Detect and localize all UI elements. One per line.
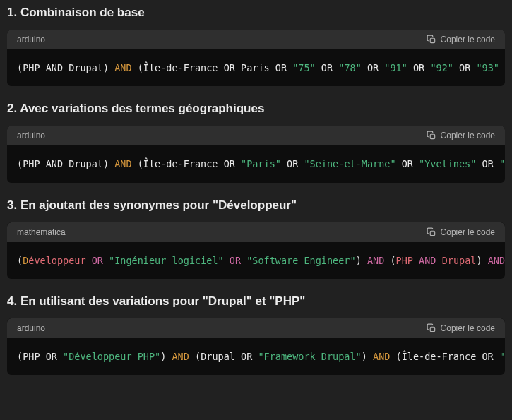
- copy-code-label: Copier le code: [441, 323, 495, 333]
- section-heading: 2. Avec variations des termes géographiq…: [7, 102, 505, 116]
- language-label: arduino: [17, 35, 45, 44]
- copy-code-label: Copier le code: [441, 131, 495, 140]
- code-token: ): [476, 255, 487, 266]
- code-content: (Développeur OR "Ingénieur logiciel" OR …: [7, 242, 505, 279]
- code-token: Drupal): [63, 62, 114, 73]
- code-token: OR: [275, 62, 287, 73]
- copy-code-button[interactable]: Copier le code: [427, 35, 495, 44]
- code-token: PHP: [396, 255, 413, 266]
- code-header: arduinoCopier le code: [7, 126, 505, 145]
- code-token: [413, 158, 419, 169]
- code-token: "91": [384, 62, 407, 73]
- code-token: [413, 255, 419, 266]
- code-token: AND: [114, 158, 131, 169]
- code-token: [281, 158, 287, 169]
- code-token: OR: [482, 158, 494, 169]
- code-header: arduinoCopier le code: [7, 30, 505, 49]
- copy-code-label: Copier le code: [441, 227, 495, 237]
- code-header: mathematicaCopier le code: [7, 222, 505, 242]
- code-token: "92": [430, 62, 453, 73]
- code-content: (PHP AND Drupal) AND (Île-de-France OR P…: [7, 49, 505, 86]
- section-heading: 4. En utilisant des variations pour "Dru…: [7, 294, 505, 308]
- code-token: AND: [419, 255, 436, 266]
- code-token: [362, 62, 367, 73]
- code-token: AND: [46, 158, 63, 169]
- language-label: arduino: [17, 131, 45, 140]
- svg-rect-3: [430, 327, 434, 331]
- copy-code-button[interactable]: Copier le code: [427, 323, 495, 333]
- code-token: (Île-de-France: [132, 158, 224, 169]
- code-token: ): [356, 255, 367, 266]
- code-token: OR: [402, 158, 413, 169]
- code-token: (PHP: [17, 62, 46, 73]
- clipboard-icon: [427, 227, 436, 237]
- code-token: "75": [292, 62, 316, 73]
- copy-code-button[interactable]: Copier le code: [427, 227, 495, 237]
- code-token: "Software Engineer": [246, 255, 355, 266]
- code-token: [224, 255, 230, 266]
- code-token: OR: [230, 255, 241, 266]
- code-token: Paris: [235, 62, 275, 73]
- code-token: [57, 351, 63, 362]
- code-token: "Paris": [241, 158, 281, 169]
- section-heading: 3. En ajoutant des synonymes pour "Dével…: [7, 198, 505, 212]
- code-token: (: [384, 255, 395, 266]
- code-header: arduinoCopier le code: [7, 318, 505, 338]
- code-token: AND: [172, 351, 189, 362]
- code-token: [235, 158, 241, 169]
- code-token: [494, 158, 499, 169]
- code-token: ): [362, 351, 373, 362]
- svg-rect-2: [430, 231, 434, 235]
- code-token: [241, 255, 246, 266]
- code-token: "Seine-et-Marne": [304, 158, 395, 169]
- section: 4. En utilisant des variations pour "Dru…: [7, 294, 505, 375]
- svg-rect-0: [430, 38, 434, 42]
- code-token: "Développeur PHP": [63, 351, 160, 362]
- section: 2. Avec variations des termes géographiq…: [7, 102, 505, 182]
- code-token: OR: [241, 351, 252, 362]
- code-token: OR: [482, 351, 493, 362]
- code-token: [476, 158, 482, 169]
- section: 3. En ajoutant des synonymes pour "Dével…: [7, 198, 505, 279]
- code-token: AND: [373, 351, 390, 362]
- code-token: OR: [224, 158, 235, 169]
- code-token: "Yvelines": [419, 158, 476, 169]
- clipboard-icon: [427, 323, 436, 333]
- code-token: (PHP: [17, 158, 46, 169]
- code-token: [103, 255, 109, 266]
- code-token: AND: [114, 62, 131, 73]
- code-token: (Île-de-France: [132, 62, 224, 73]
- clipboard-icon: [427, 35, 436, 44]
- code-token: OR: [224, 62, 235, 73]
- code-token: Drupal: [442, 255, 477, 266]
- code-token: [287, 62, 292, 73]
- code-content: (PHP AND Drupal) AND (Île-de-France OR "…: [7, 145, 505, 182]
- code-block: arduinoCopier le code(PHP AND Drupal) AN…: [7, 126, 505, 182]
- copy-code-label: Copier le code: [441, 35, 495, 44]
- code-block: arduinoCopier le code(PHP OR "Développeu…: [7, 318, 505, 375]
- code-token: "Es: [499, 158, 505, 169]
- code-token: AND: [367, 255, 384, 266]
- code-token: (: [17, 255, 23, 266]
- code-token: OR: [459, 62, 470, 73]
- code-token: [407, 62, 413, 73]
- code-token: "Framework Drupal": [258, 351, 361, 362]
- code-token: (PHP: [17, 351, 46, 362]
- code-token: [494, 351, 499, 362]
- code-token: [316, 62, 321, 73]
- code-token: éveloppeur: [28, 255, 91, 266]
- copy-code-button[interactable]: Copier le code: [427, 131, 495, 140]
- language-label: arduino: [17, 323, 45, 333]
- section: 1. Combinaison de basearduinoCopier le c…: [7, 6, 505, 86]
- code-token: (Drupal: [189, 351, 241, 362]
- svg-rect-1: [430, 135, 434, 139]
- language-label: mathematica: [17, 227, 66, 237]
- code-token: "Ré: [499, 351, 505, 362]
- code-token: "78": [338, 62, 362, 73]
- code-token: "Ingénieur logiciel": [109, 255, 224, 266]
- code-content: (PHP OR "Développeur PHP") AND (Drupal O…: [7, 338, 505, 375]
- code-token: AND: [46, 62, 63, 73]
- code-token: OR: [287, 158, 298, 169]
- code-block: arduinoCopier le code(PHP AND Drupal) AN…: [7, 30, 505, 86]
- code-token: OR: [46, 351, 57, 362]
